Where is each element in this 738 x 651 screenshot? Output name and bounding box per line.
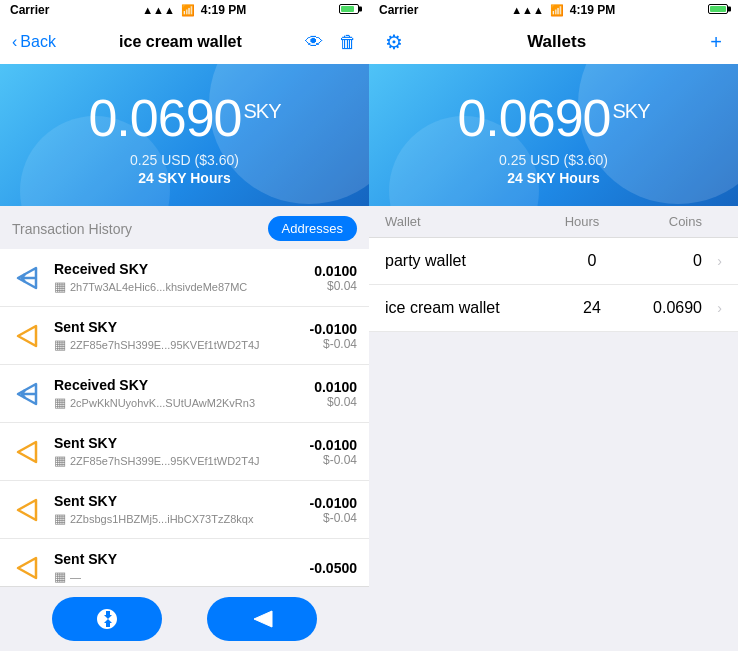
time-left: 4:19 PM	[201, 3, 246, 17]
wallets-title: Wallets	[403, 32, 710, 52]
hero-right: 0.0690SKY 0.25 USD ($3.60) 24 SKY Hours	[369, 64, 738, 206]
left-panel: Carrier ▲▲▲ 📶 4:19 PM ‹ Back ice cream w…	[0, 0, 369, 651]
carrier-left: Carrier	[10, 3, 49, 17]
svg-marker-5	[18, 442, 36, 462]
list-item[interactable]: ice cream wallet 24 0.0690 ›	[369, 285, 738, 332]
tx-usd-value: $0.04	[314, 279, 357, 293]
wallet-name: party wallet	[385, 252, 552, 270]
hero-amount-right: 0.0690SKY	[369, 88, 738, 148]
wallet-nav: ⚙ Wallets +	[369, 20, 738, 64]
tx-type: Sent SKY	[54, 551, 300, 567]
tx-details: Received SKY ▦ 2h7Tw3AL4eHic6...khsivdeM…	[54, 261, 304, 294]
amount-unit-left: SKY	[244, 100, 281, 122]
svg-marker-7	[18, 558, 36, 578]
tx-usd-value: $-0.04	[310, 453, 357, 467]
tx-amount: 0.0100 $0.04	[314, 263, 357, 293]
send-icon	[250, 607, 274, 631]
amount-unit-right: SKY	[613, 100, 650, 122]
bottom-bar	[0, 586, 369, 651]
wifi-icon-left: 📶	[181, 4, 195, 17]
tx-type-icon	[12, 378, 44, 410]
tx-amount: -0.0100 $-0.04	[310, 321, 357, 351]
receive-button[interactable]	[52, 597, 162, 641]
signal-icon-left: ▲▲▲	[142, 4, 175, 16]
wallet-table-header: Wallet Hours Coins	[369, 206, 738, 238]
tx-amount: 0.0100 $0.04	[314, 379, 357, 409]
svg-marker-2	[18, 326, 36, 346]
transaction-list: Received SKY ▦ 2h7Tw3AL4eHic6...khsivdeM…	[0, 249, 369, 586]
send-button[interactable]	[207, 597, 317, 641]
signal-icon-right: ▲▲▲	[511, 4, 544, 16]
tx-address: ▦ 2ZF85e7hSH399E...95KVEf1tWD2T4J	[54, 453, 300, 468]
qr-icon: ▦	[54, 395, 66, 410]
tx-amount: -0.0500	[310, 560, 357, 576]
tx-type-label: Received SKY	[54, 377, 304, 393]
table-row[interactable]: Sent SKY ▦ — -0.0500	[0, 539, 369, 586]
empty-space	[369, 332, 738, 651]
nav-bar-left: ‹ Back ice cream wallet 👁 🗑	[0, 20, 369, 64]
tx-usd-value: $0.04	[314, 395, 357, 409]
qr-icon: ▦	[54, 453, 66, 468]
tx-type-label: Sent SKY	[54, 319, 300, 335]
hero-left: 0.0690SKY 0.25 USD ($3.60) 24 SKY Hours	[0, 64, 369, 206]
chevron-right-icon: ›	[702, 300, 722, 316]
tx-sky-value: -0.0100	[310, 437, 357, 453]
tx-type-label: Received SKY	[54, 261, 304, 277]
tx-usd-value: $-0.04	[310, 511, 357, 525]
wallet-coins: 0	[632, 252, 702, 270]
qr-icon: ▦	[54, 279, 66, 294]
tx-address: ▦ 2Zbsbgs1HBZMj5...iHbCX73TzZ8kqx	[54, 511, 300, 526]
svg-marker-8	[254, 611, 272, 627]
back-label: Back	[20, 33, 56, 51]
amount-value-right: 0.0690	[457, 89, 610, 147]
status-bar-left: Carrier ▲▲▲ 📶 4:19 PM	[0, 0, 369, 20]
tx-type-icon	[12, 494, 44, 526]
table-row[interactable]: Sent SKY ▦ 2ZF85e7hSH399E...95KVEf1tWD2T…	[0, 423, 369, 481]
wallet-title: ice cream wallet	[119, 33, 242, 51]
tx-type-label: Sent SKY	[54, 493, 300, 509]
back-chevron-icon: ‹	[12, 33, 17, 51]
amount-value-left: 0.0690	[88, 89, 241, 147]
table-row[interactable]: Received SKY ▦ 2h7Tw3AL4eHic6...khsivdeM…	[0, 249, 369, 307]
addresses-button[interactable]: Addresses	[268, 216, 357, 241]
time-right: 4:19 PM	[570, 3, 615, 17]
tx-type-icon	[12, 320, 44, 352]
tx-details: Sent SKY ▦ —	[54, 551, 300, 584]
tx-sky-value: -0.0500	[310, 560, 357, 576]
sent-icon	[12, 552, 44, 584]
qr-icon: ▦	[54, 511, 66, 526]
wallet-hours: 24	[552, 299, 632, 317]
settings-icon[interactable]: ⚙	[385, 30, 403, 54]
tx-sky-value: -0.0100	[310, 321, 357, 337]
right-panel: Carrier ▲▲▲ 📶 4:19 PM ⚙ Wallets + 0.0690…	[369, 0, 738, 651]
nav-right-icons: 👁 🗑	[305, 32, 357, 53]
hero-hours-right: 24 SKY Hours	[369, 170, 738, 186]
qr-icon: ▦	[54, 569, 66, 584]
table-row[interactable]: Received SKY ▦ 2cPwKkNUyohvK...SUtUAwM2K…	[0, 365, 369, 423]
header-wallet: Wallet	[385, 214, 542, 229]
battery-label-left	[339, 4, 359, 16]
tx-amount: -0.0100 $-0.04	[310, 495, 357, 525]
tx-address: ▦ 2cPwKkNUyohvK...SUtUAwM2KvRn3	[54, 395, 304, 410]
tx-sky-value: -0.0100	[310, 495, 357, 511]
back-button[interactable]: ‹ Back	[12, 33, 56, 51]
trash-icon[interactable]: 🗑	[339, 32, 357, 53]
hero-hours-left: 24 SKY Hours	[0, 170, 369, 186]
hero-usd-right: 0.25 USD ($3.60)	[369, 152, 738, 168]
tx-details: Sent SKY ▦ 2Zbsbgs1HBZMj5...iHbCX73TzZ8k…	[54, 493, 300, 526]
eye-icon[interactable]: 👁	[305, 32, 323, 53]
tx-address: ▦ —	[54, 569, 300, 584]
tx-sky-value: 0.0100	[314, 263, 357, 279]
qr-icon: ▦	[54, 337, 66, 352]
chevron-right-icon: ›	[702, 253, 722, 269]
svg-marker-6	[18, 500, 36, 520]
table-row[interactable]: Sent SKY ▦ 2ZF85e7hSH399E...95KVEf1tWD2T…	[0, 307, 369, 365]
tx-sky-value: 0.0100	[314, 379, 357, 395]
list-item[interactable]: party wallet 0 0 ›	[369, 238, 738, 285]
add-wallet-button[interactable]: +	[710, 31, 722, 54]
tx-details: Sent SKY ▦ 2ZF85e7hSH399E...95KVEf1tWD2T…	[54, 435, 300, 468]
wifi-icon-right: 📶	[550, 4, 564, 17]
tx-type-label: Sent SKY	[54, 435, 300, 451]
status-bar-right: Carrier ▲▲▲ 📶 4:19 PM	[369, 0, 738, 20]
table-row[interactable]: Sent SKY ▦ 2Zbsbgs1HBZMj5...iHbCX73TzZ8k…	[0, 481, 369, 539]
